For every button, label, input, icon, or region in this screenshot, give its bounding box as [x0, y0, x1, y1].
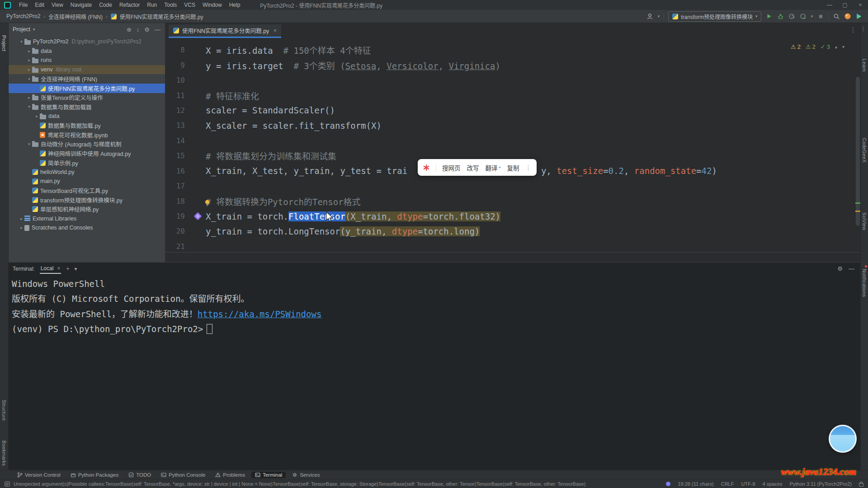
code-line-20[interactable]: 20y_train = torch.LongTensor(y_train, dt… — [165, 224, 861, 239]
selection-popup[interactable]: 搜网页改写翻译▾复制 ⋮ — [418, 159, 537, 176]
project-panel-title[interactable]: Project — [13, 26, 30, 33]
caret-position[interactable]: 19:28 (11 chars) — [678, 481, 713, 487]
code-line-19[interactable]: 19X_train = torch.FloatTensor(X_train, d… — [165, 209, 861, 224]
settings-gear-icon[interactable]: ⚙ — [144, 26, 150, 33]
stripe-bookmarks[interactable]: Bookmarks — [1, 441, 7, 466]
menu-code[interactable]: Code — [95, 0, 116, 10]
tree-item-pytorch2pro2[interactable]: ▾PyTorch2Pro2D:\python_pro\PyTorch2Pro2 — [8, 37, 165, 47]
tree-item-py[interactable]: 单层感知机神经网络.py — [8, 205, 165, 214]
code-line-12[interactable]: 12scaler = StandardScaler() — [165, 103, 861, 118]
close-button[interactable]: × — [853, 0, 868, 10]
tree-item-py[interactable]: 数据集与数据加载.py — [8, 121, 165, 130]
indent-style[interactable]: 4 spaces — [763, 481, 783, 487]
code-line-10[interactable]: 10 — [165, 73, 861, 88]
editor-tab-active[interactable]: 使用FNN实现鸢尾花多分类问题.py × — [169, 24, 281, 38]
file-encoding[interactable]: UTF-8 — [741, 481, 755, 487]
tree-item-tensor[interactable]: ▸张量Tensor的定义与操作 — [8, 93, 165, 103]
tree-collapse-arrow-icon[interactable]: ▾ — [26, 77, 32, 81]
menu-view[interactable]: View — [48, 0, 67, 10]
tree-item-tensorboard-py[interactable]: TensorBoard可视化工具.py — [8, 186, 165, 196]
minimize-button[interactable]: — — [822, 0, 837, 10]
user-profile-icon[interactable] — [646, 13, 654, 20]
toolwindow-python-console[interactable]: Python Console — [157, 472, 209, 478]
stripe-sciview[interactable]: SciView — [862, 212, 867, 230]
breadcrumb-item[interactable]: 使用FNN实现鸢尾花多分类问题.py — [120, 13, 203, 20]
menu-vcs[interactable]: VCS — [180, 0, 199, 10]
ai-assistant-icon[interactable] — [666, 482, 670, 486]
stripe-structure[interactable]: Structure — [1, 400, 7, 421]
new-session-plus-icon[interactable]: + — [66, 266, 69, 272]
run-options-chevron-down-icon[interactable]: ▾ — [811, 14, 813, 19]
maximize-button[interactable]: ▢ — [837, 0, 853, 10]
python-interpreter[interactable]: Python 3.11 (PyTorch2Pro2) — [790, 481, 852, 487]
tree-item-transform-py[interactable]: transform预处理图像转换模块.py — [8, 195, 165, 205]
menu-edit[interactable]: Edit — [31, 0, 48, 10]
popup-item-[interactable]: 改写 — [467, 163, 479, 172]
menu-tools[interactable]: Tools — [160, 0, 180, 10]
popup-item-[interactable]: 复制 — [507, 163, 519, 172]
profiler-button[interactable] — [788, 13, 795, 20]
toolwindow-terminal[interactable]: Terminal — [251, 472, 286, 478]
lock-icon[interactable] — [859, 483, 863, 487]
tab-close-icon[interactable]: × — [273, 27, 277, 34]
tree-collapse-arrow-icon[interactable]: ▾ — [19, 39, 24, 44]
toolwindow-services[interactable]: Services — [288, 472, 323, 478]
code-line-17[interactable]: 17 — [165, 178, 861, 193]
code-line-9[interactable]: 9y = iris.target # 3个类别 (Setosa, Versico… — [165, 57, 861, 72]
line-separator[interactable]: CRLF — [721, 481, 734, 487]
terminal-tab-local[interactable]: Local × — [40, 264, 61, 274]
tree-item-venv[interactable]: ▸venvlibrary root — [8, 65, 165, 75]
tree-item-[interactable]: ▾数据集与数据加载器 — [8, 102, 165, 112]
menu-file[interactable]: File — [15, 0, 31, 10]
locate-file-icon[interactable]: ⊕ — [127, 26, 132, 33]
tree-expand-arrow-icon[interactable]: ▸ — [26, 49, 32, 53]
tree-expand-arrow-icon[interactable]: ▸ — [34, 114, 40, 118]
tree-expand-arrow-icon[interactable]: ▸ — [26, 95, 32, 100]
tree-item-autograd[interactable]: ▾自动微分 (Autograd) 与梯度机制 — [8, 140, 165, 149]
code-line-14[interactable]: 14 — [165, 133, 861, 148]
settings-gear-icon[interactable]: ⚙ — [837, 265, 843, 272]
tree-item-ipynb[interactable]: 鸢尾花可视化数据.ipynb — [8, 130, 165, 140]
stripe-project[interactable]: Project — [1, 35, 7, 51]
code-line-11[interactable]: 11# 特征标准化 — [165, 88, 861, 103]
tree-item-fnn[interactable]: ▾全连接神经网络 (FNN) — [8, 74, 165, 84]
code-line-8[interactable]: 8X = iris.data # 150个样本 4个特征 — [165, 42, 861, 57]
tree-item-py[interactable]: 简单示例.py — [8, 158, 165, 168]
tree-collapse-arrow-icon[interactable]: ▾ — [26, 104, 32, 109]
toolwindow-problems[interactable]: Problems — [212, 472, 249, 478]
intention-bulb-icon[interactable] — [204, 199, 211, 206]
debug-button[interactable] — [777, 13, 784, 20]
tree-expand-arrow-icon[interactable]: ▸ — [26, 67, 32, 72]
hide-panel-icon[interactable]: — — [849, 265, 854, 272]
popup-item-[interactable]: 翻译▾ — [486, 163, 501, 172]
plugin-orange-icon[interactable] — [844, 13, 851, 20]
breadcrumb-item[interactable]: 全连接神经网络 (FNN) — [48, 13, 103, 20]
search-everywhere-icon[interactable] — [833, 13, 840, 20]
terminal-output[interactable]: Windows PowerShell版权所有 (C) Microsoft Cor… — [8, 277, 861, 337]
code-line-13[interactable]: 13X_scaler = scaler.fit_transform(X) — [165, 118, 861, 133]
tree-item-data[interactable]: ▸data — [8, 47, 165, 56]
breadcrumb-item[interactable]: PyTorch2Pro2 — [6, 13, 40, 19]
popup-more-icon[interactable]: ⋮ — [525, 164, 532, 171]
stripe-learn[interactable]: Learn — [862, 59, 867, 72]
tree-expand-arrow-icon[interactable]: ▸ — [26, 58, 32, 62]
run-configuration-select[interactable]: transform预处理图像转换模块 ▾ — [668, 11, 761, 22]
tree-expand-arrow-icon[interactable]: ▸ — [19, 225, 24, 230]
menu-help[interactable]: Help — [226, 0, 244, 10]
tree-item-autograd-py[interactable]: 神经网络训练中使用 Autograd.py — [8, 149, 165, 158]
code-lines[interactable]: 8X = iris.data # 150个样本 4个特征9y = iris.ta… — [165, 42, 861, 254]
stripe-codegeex[interactable]: CodeGeeX — [862, 138, 867, 163]
tree-expand-arrow-icon[interactable]: ▸ — [19, 216, 24, 221]
ai-assistant-icon[interactable] — [189, 213, 206, 219]
tree-item-scratches-and-consoles[interactable]: ▸Scratches and Consoles — [8, 223, 165, 233]
toolwindow-python-packages[interactable]: Python Packages — [67, 472, 123, 478]
status-message[interactable]: Unexpected argument(s)Possible callees:T… — [14, 481, 585, 487]
terminal-link[interactable]: https://aka.ms/PSWindows — [198, 309, 322, 319]
plugin-logo-icon[interactable] — [855, 13, 863, 20]
editor-options-more-icon[interactable]: ⋮ — [850, 26, 856, 33]
toolwindow-version-control[interactable]: Version Control — [14, 472, 64, 478]
stripe-notifications[interactable]: Notifications — [862, 269, 867, 297]
menu-window[interactable]: Window — [199, 0, 226, 10]
tree-item-fnn-py[interactable]: 使用FNN实现鸢尾花多分类问题.py — [8, 84, 165, 93]
tree-item-runs[interactable]: ▸runs — [8, 56, 165, 65]
